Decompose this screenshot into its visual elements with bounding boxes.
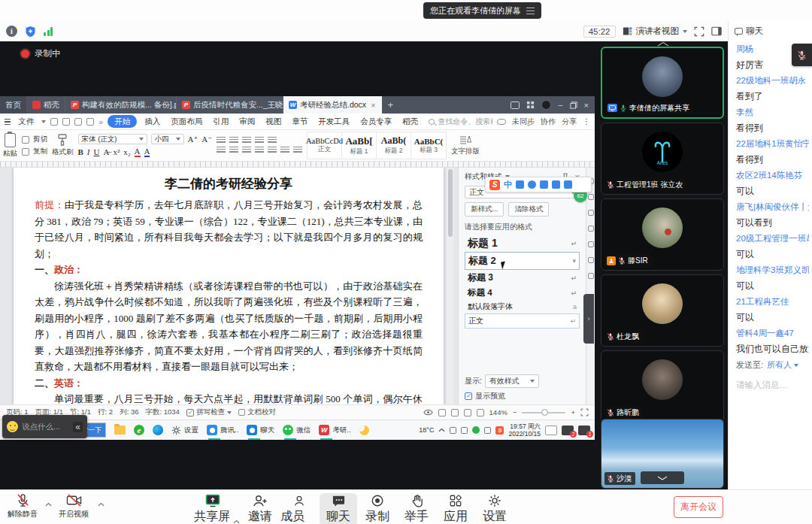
leave-meeting-button[interactable]: 离开会议 bbox=[674, 496, 723, 518]
zoom-slider-knob[interactable] bbox=[541, 409, 548, 416]
file-menu-icon[interactable] bbox=[5, 119, 11, 125]
taskbar-wps-doc[interactable]: W考研.. bbox=[319, 425, 350, 435]
bullet-list-icon[interactable] bbox=[217, 137, 226, 144]
menu-review[interactable]: 审阅 bbox=[236, 116, 258, 128]
participant-tile[interactable]: 滕SIR bbox=[601, 198, 724, 271]
zoom-in-button[interactable]: + bbox=[571, 408, 575, 416]
copy-button[interactable]: 复制 bbox=[22, 147, 47, 156]
subscript-button[interactable]: x₂ bbox=[123, 147, 130, 156]
taskbar-settings[interactable]: 设置 bbox=[171, 426, 198, 435]
style-item-default-font[interactable]: 默认段落字体a bbox=[465, 300, 580, 313]
caption-placeholder[interactable]: 说点什么... bbox=[22, 422, 69, 432]
ime-keyboard-icon[interactable] bbox=[564, 180, 572, 189]
menu-dev-tools[interactable]: 开发工具 bbox=[315, 116, 353, 128]
read-mode-icon[interactable] bbox=[477, 409, 484, 416]
bold-button[interactable]: B bbox=[78, 147, 83, 156]
print-icon[interactable] bbox=[62, 118, 70, 126]
menu-section[interactable]: 章节 bbox=[289, 116, 311, 128]
message-chip-icon[interactable]: 1 bbox=[578, 426, 590, 435]
taskbar-tencent-meeting[interactable]: 腾讯.. bbox=[207, 425, 238, 435]
more-icon[interactable]: » bbox=[98, 117, 103, 126]
save-icon[interactable] bbox=[50, 118, 58, 126]
collapse-down-button[interactable] bbox=[641, 471, 684, 484]
rail-slider-icon[interactable] bbox=[588, 210, 594, 216]
shrink-font-button[interactable]: A⁻ bbox=[201, 135, 212, 144]
style-heading-3[interactable]: AaBbC(标题 3 bbox=[411, 132, 446, 159]
shading-icon[interactable] bbox=[280, 147, 289, 154]
apps-button[interactable]: 应用 bbox=[437, 493, 474, 524]
menu-insert[interactable]: 插入 bbox=[141, 116, 163, 128]
clear-format-icon[interactable] bbox=[268, 137, 277, 144]
minimize-button[interactable]: − bbox=[558, 101, 562, 110]
share-button[interactable]: 分享 bbox=[562, 117, 577, 127]
style-item-heading4[interactable]: 标题 4↵ bbox=[465, 286, 580, 300]
file-explorer-icon[interactable] bbox=[114, 426, 126, 435]
participant-tile[interactable]: 路昕鹏 bbox=[601, 350, 724, 423]
start-video-button[interactable]: 开启视频 bbox=[53, 493, 95, 519]
style-heading-2[interactable]: AaBb(标题 2 bbox=[377, 132, 411, 159]
document-proofing-button[interactable]: 文档校对 bbox=[238, 407, 276, 417]
outline-view-icon[interactable] bbox=[451, 409, 459, 416]
collaborate-button[interactable]: 协作 bbox=[541, 117, 556, 127]
fullscreen-icon[interactable] bbox=[694, 26, 704, 37]
banner-menu-icon[interactable] bbox=[526, 8, 535, 14]
outdent-icon[interactable] bbox=[242, 137, 251, 144]
document-page[interactable]: 李二倩的考研经验分享 前提：由于我是专科学历，去年七月底辞职，八月三号开始复习，… bbox=[14, 168, 444, 404]
ime-emoji-icon[interactable] bbox=[528, 180, 536, 189]
strikethrough-button[interactable]: A̶ bbox=[103, 147, 109, 156]
clear-format-button[interactable]: 清除格式 bbox=[508, 202, 549, 217]
menu-references[interactable]: 引用 bbox=[210, 116, 232, 128]
rail-calendar-icon[interactable] bbox=[588, 273, 594, 279]
tray-chevron-up-icon[interactable] bbox=[438, 428, 445, 432]
ime-pen-icon[interactable] bbox=[540, 180, 548, 189]
sogou-tray-icon[interactable]: S bbox=[495, 426, 504, 435]
menu-member[interactable]: 会员专享 bbox=[357, 116, 395, 128]
text-layout-button[interactable]: 文字排版 bbox=[451, 147, 480, 156]
more-menu-icon[interactable]: ⋮ bbox=[583, 117, 590, 126]
chat-message-list[interactable]: 周杨好厉害 22级地科一班胡永看到了 李然看得到 22届地科1班黄怡宁看得到 农… bbox=[729, 40, 812, 359]
style-normal[interactable]: AaBbCcDd正文 bbox=[308, 132, 342, 159]
side-panel-icon[interactable] bbox=[711, 26, 722, 36]
raise-hand-button[interactable]: 举手 bbox=[398, 493, 435, 524]
mic-options-chevron[interactable] bbox=[45, 502, 52, 507]
style-item-body[interactable]: 正文↵ bbox=[465, 313, 580, 329]
style-item-heading1[interactable]: 标题 1↵ bbox=[465, 235, 580, 252]
paste-button[interactable]: 粘贴 bbox=[3, 133, 17, 159]
view-mode-selector[interactable]: 演讲者视图 bbox=[623, 26, 688, 37]
preview-icon[interactable] bbox=[74, 118, 82, 126]
chat-button-active[interactable]: 聊天 bbox=[320, 493, 357, 524]
vertical-scrollbar[interactable] bbox=[447, 168, 453, 404]
menu-file[interactable]: 文件 bbox=[15, 116, 37, 128]
usb-icon[interactable] bbox=[484, 427, 491, 434]
underline-button[interactable]: U bbox=[94, 147, 100, 156]
superscript-button[interactable]: x² bbox=[113, 147, 120, 156]
meeting-info-icon[interactable]: i bbox=[6, 26, 17, 37]
ime-mic-icon[interactable] bbox=[552, 180, 560, 189]
apps-grid-icon[interactable] bbox=[526, 101, 535, 109]
align-left-icon[interactable] bbox=[217, 147, 226, 154]
volume-icon[interactable] bbox=[450, 427, 456, 434]
ime-mode-indicator[interactable]: 中 bbox=[504, 179, 512, 190]
share-screen-button[interactable]: 共享屏幕 bbox=[194, 493, 232, 524]
align-center-icon[interactable] bbox=[229, 147, 238, 154]
font-name-select[interactable]: 宋体 (正文) bbox=[78, 134, 147, 144]
sogou-ime-bar[interactable]: S 中 bbox=[485, 177, 592, 192]
floating-mini-window[interactable] bbox=[792, 44, 812, 66]
rail-cursor-icon[interactable] bbox=[588, 194, 594, 200]
members-button[interactable]: 成员(99+) bbox=[280, 493, 318, 524]
align-right-icon[interactable] bbox=[242, 147, 251, 154]
rail-book-icon[interactable] bbox=[588, 257, 594, 263]
participant-tile-sharer[interactable]: 李倩倩的屏幕共享 bbox=[601, 47, 724, 119]
display-filter-select[interactable]: 有效样式 bbox=[485, 374, 539, 388]
new-style-button[interactable]: 新样式... bbox=[465, 202, 504, 217]
moon-app-icon[interactable] bbox=[359, 426, 369, 435]
style-item-heading3[interactable]: 标题 3↵ bbox=[465, 270, 580, 286]
tab-pdf-2[interactable]: P后疫情时代粮食安..._王晓梅.pdf bbox=[177, 96, 283, 114]
menu-page-layout[interactable]: 页面布局 bbox=[168, 116, 205, 128]
sync-status[interactable]: 未同步 bbox=[512, 117, 535, 127]
user-avatar[interactable] bbox=[541, 100, 551, 110]
send-to-select[interactable]: 所有人 bbox=[767, 359, 798, 371]
edge-browser-icon[interactable] bbox=[153, 425, 163, 435]
notification-center-icon[interactable] bbox=[545, 426, 557, 435]
cut-button[interactable]: 剪切 bbox=[22, 135, 47, 144]
